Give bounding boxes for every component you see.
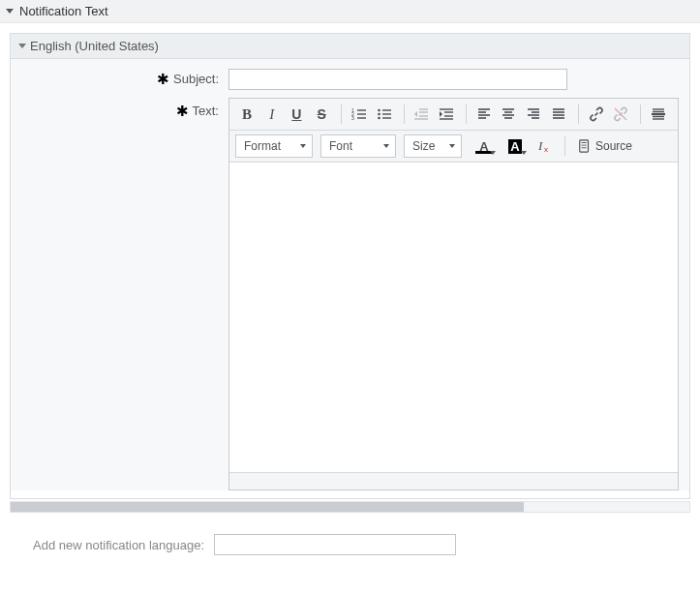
align-justify-icon [551,106,566,122]
indent-icon [439,106,454,122]
svg-marker-16 [414,111,417,117]
background-color-icon: A [508,139,521,154]
align-right-button[interactable] [522,103,545,126]
language-panel-header[interactable]: English (United States) [11,34,689,59]
add-language-label: Add new notification language: [33,538,204,552]
svg-point-10 [378,113,380,116]
toolbar-separator [466,104,467,124]
format-dropdown[interactable]: Format [235,134,313,158]
horizontal-scrollbar[interactable] [10,501,690,513]
editor-footer [229,472,678,490]
underline-button[interactable]: U [286,103,309,126]
font-dropdown-label: Font [329,139,352,153]
italic-icon: I [269,106,274,123]
toolbar-separator [564,136,565,156]
text-label-cell: ✱ Text: [11,98,228,118]
remove-format-icon: I x [536,138,552,154]
format-dropdown-label: Format [244,139,281,153]
toolbar-separator [640,104,641,124]
ordered-list-button[interactable]: 123 [348,103,371,126]
chevron-down-icon [521,151,527,155]
required-asterisk-icon: ✱ [176,106,189,116]
size-dropdown-label: Size [412,139,435,153]
subject-row: ✱ Subject: [11,69,689,90]
editor-toolbar-row-1: B I U S 123 [229,99,678,131]
svg-marker-21 [440,111,442,117]
toolbar-separator [341,104,342,124]
language-panel-title: English (United States) [30,39,159,53]
bold-icon: B [242,106,252,123]
font-dropdown[interactable]: Font [320,134,396,158]
background-color-button[interactable]: A [501,134,530,158]
unordered-list-button[interactable] [373,103,396,126]
unlink-button[interactable] [610,103,633,126]
scrollbar-thumb[interactable] [11,502,524,512]
align-right-icon [526,106,541,122]
unlink-icon [613,106,628,122]
align-left-button[interactable] [472,103,496,126]
svg-rect-46 [580,140,589,152]
size-dropdown[interactable]: Size [404,134,462,158]
subject-label-cell: ✱ Subject: [11,69,228,86]
toolbar-separator [404,104,405,124]
caret-down-icon [18,44,26,48]
chevron-down-icon [383,144,389,148]
toolbar-separator [578,104,579,124]
bold-button[interactable]: B [235,103,259,126]
chevron-down-icon [449,144,455,148]
svg-point-11 [378,117,380,120]
svg-text:3: 3 [351,115,354,121]
ordered-list-icon: 123 [351,106,367,122]
outdent-button[interactable] [410,103,433,126]
editor-textarea[interactable] [229,163,678,472]
svg-point-9 [378,109,380,112]
source-button[interactable]: Source [571,134,639,158]
subject-label: Subject: [173,72,219,86]
italic-button[interactable]: I [260,103,284,126]
svg-text:I: I [537,138,543,153]
subject-input-cell [228,69,567,90]
rich-text-editor: B I U S 123 [228,98,679,490]
align-justify-button[interactable] [547,103,570,126]
strikethrough-button[interactable]: S [310,103,333,126]
source-button-label: Source [595,139,632,153]
language-panel: English (United States) ✱ Subject: ✱ Tex… [10,33,690,499]
horizontal-rule-button[interactable] [647,103,670,126]
subject-input[interactable] [228,69,567,90]
underline-icon: U [291,106,301,122]
remove-format-button[interactable]: I x [532,134,557,158]
editor-toolbar-row-2: Format Font Size [229,131,678,163]
add-language-row: Add new notification language: [10,534,690,555]
notification-text-section-header[interactable]: Notification Text [0,0,700,23]
chevron-down-icon [300,144,306,148]
required-asterisk-icon: ✱ [157,74,169,84]
align-left-icon [476,106,492,122]
chevron-down-icon [490,151,496,155]
text-row: ✱ Text: B I U S 123 [11,98,689,490]
unordered-list-icon [377,106,392,122]
content-area: English (United States) ✱ Subject: ✱ Tex… [0,23,700,555]
language-panel-body: ✱ Subject: ✱ Text: B [11,59,689,490]
source-icon [578,139,592,153]
text-label: Text: [193,104,219,118]
notification-text-title: Notification Text [19,4,108,18]
outdent-icon [413,106,429,122]
editor-container: B I U S 123 [228,98,679,490]
svg-text:x: x [544,145,548,154]
strikethrough-icon: S [318,106,326,122]
caret-down-icon [6,9,14,14]
indent-button[interactable] [435,103,458,126]
align-center-button[interactable] [498,103,521,126]
horizontal-rule-icon [651,106,666,122]
text-color-button[interactable]: A [470,134,499,158]
link-button[interactable] [585,103,608,126]
link-icon [589,106,604,122]
align-center-icon [501,106,516,122]
add-language-input[interactable] [214,534,456,555]
